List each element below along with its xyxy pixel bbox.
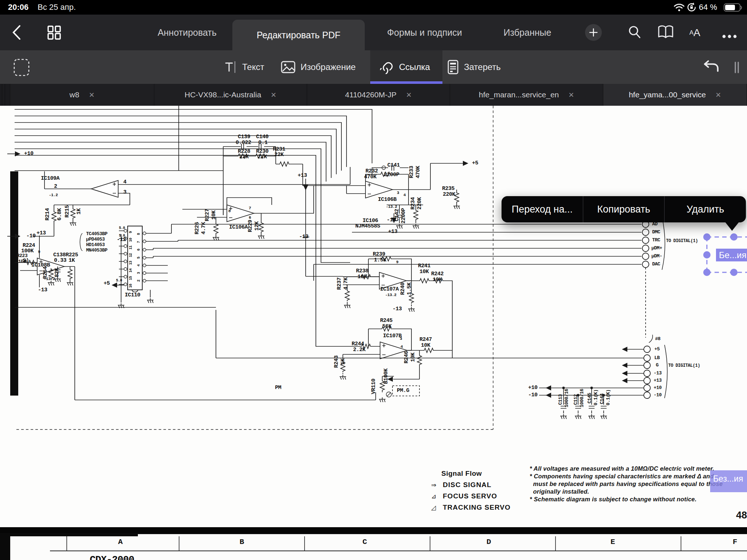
- schematic-label: PM.G: [397, 388, 409, 394]
- schematic-label: 2200P: [384, 172, 399, 178]
- schematic-label: 4: [123, 179, 127, 185]
- legend-item: ◿ TRACKING SERVO: [431, 503, 511, 512]
- more-button[interactable]: [721, 34, 738, 39]
- link-annotation[interactable]: Бе...ия: [716, 249, 747, 261]
- document-tab[interactable]: w8 ✕: [10, 84, 154, 106]
- schematic-label: µPD4053: [86, 237, 105, 242]
- add-button[interactable]: [585, 24, 602, 41]
- back-button[interactable]: [11, 24, 22, 41]
- schematic-label: -13: [387, 217, 396, 223]
- thumbnails-button[interactable]: [46, 24, 63, 41]
- schematic-label: TO DIGITAL(1): [668, 363, 700, 368]
- schematic-label: 10K: [410, 353, 416, 362]
- schematic-label: -13: [299, 234, 309, 240]
- close-tab-icon[interactable]: ✕: [715, 91, 721, 99]
- schematic-label: -1.2: [49, 193, 58, 197]
- close-tab-icon[interactable]: ✕: [568, 91, 574, 99]
- schematic-label: 4.7K: [343, 277, 349, 290]
- schematic-label: 10K: [357, 274, 367, 280]
- highlight-annotation[interactable]: Без...ия: [710, 470, 747, 492]
- context-menu-item[interactable]: Переход на...: [502, 196, 583, 222]
- schematic-label: IC107A: [380, 286, 399, 292]
- schematic-label: VR110: [371, 379, 377, 394]
- tool-link[interactable]: Ссылка: [380, 50, 430, 84]
- pdf-page-canvas[interactable]: +10IC109A2-1.243R2146.8KR2151K-10.S)R223…: [0, 106, 747, 527]
- schematic-label: 3: [400, 337, 402, 341]
- schematic-label: 12: [129, 253, 133, 257]
- context-menu-item[interactable]: Удалить: [664, 196, 746, 222]
- schematic-label: 9: [129, 231, 133, 233]
- plus-icon: [589, 28, 598, 37]
- schematic-label: -13: [654, 370, 662, 376]
- legend-arrow-glyph: ⇒: [431, 481, 440, 489]
- schematic-label: 8: [137, 233, 141, 235]
- context-menu: Переход на...КопироватьУдалить: [502, 196, 746, 222]
- tool-redact[interactable]: Затереть: [447, 50, 501, 84]
- close-tab-icon[interactable]: ✕: [89, 91, 94, 99]
- schematic-label: C140: [256, 134, 268, 140]
- context-menu-arrow: [725, 222, 739, 231]
- schematic-label: 56K: [382, 323, 392, 330]
- tab-sliver[interactable]: [0, 84, 10, 106]
- schematic-label: #8: [655, 336, 661, 342]
- schematic-label: 15K: [18, 259, 26, 264]
- schematic-label: 82K: [54, 268, 60, 277]
- note-line: * All voltages are measured with a 10MΩ/…: [530, 465, 734, 472]
- schematic-label: IC106A: [229, 224, 248, 230]
- search-button[interactable]: [627, 24, 643, 40]
- schematic-label: µDM-: [651, 253, 662, 259]
- legend-arrow-glyph: ◿: [431, 504, 440, 512]
- schematic-label: R239: [373, 251, 385, 257]
- schematic-label: 1.5K: [406, 283, 413, 295]
- toolbar-handle[interactable]: [733, 61, 740, 74]
- schematic-label: 3: [137, 272, 141, 274]
- schematic-label: 0.1(K): [605, 389, 611, 405]
- context-menu-item[interactable]: Копировать: [583, 196, 665, 222]
- schematic-label: 3: [397, 191, 399, 195]
- bookmarks-button[interactable]: [657, 25, 674, 39]
- tool-redact-label: Затереть: [464, 62, 501, 72]
- tool-image[interactable]: Изображение: [281, 50, 356, 84]
- tool-text[interactable]: Текст: [225, 50, 264, 84]
- legend-item-label: DISC SIGNAL: [443, 481, 491, 489]
- tab-favorites[interactable]: Избранные: [495, 15, 560, 50]
- tab-forms-signatures[interactable]: Формы и подписи: [376, 15, 473, 50]
- schematic-label: 4: [400, 345, 403, 349]
- schematic-label: R233: [409, 166, 415, 178]
- status-date: Вс 25 апр.: [38, 3, 76, 12]
- document-tab[interactable]: 41104260M-JP ✕: [307, 84, 450, 106]
- undo-button[interactable]: [703, 59, 719, 75]
- schematic-label: R242: [431, 271, 444, 277]
- note-line: * Schematic diagram is subject to change…: [530, 495, 734, 503]
- schematic-label: -13.2: [385, 293, 396, 297]
- schematic-label: 10K: [433, 277, 442, 283]
- close-tab-icon[interactable]: ✕: [271, 91, 276, 99]
- document-tab[interactable]: hfe_yama...00_service ✕: [603, 84, 747, 106]
- text-settings-button[interactable]: АА: [689, 27, 700, 39]
- schematic-label: +5: [104, 280, 110, 287]
- select-area-button[interactable]: [13, 58, 30, 77]
- schematic-label: 0.1: [258, 140, 268, 146]
- schematic-label: 3: [123, 189, 127, 195]
- schematic-label: R243: [333, 355, 340, 368]
- close-tab-icon[interactable]: ✕: [406, 91, 412, 99]
- legend-item-label: TRACKING SERVO: [443, 503, 511, 512]
- schematic-label: 5.0: [119, 234, 125, 238]
- document-tab[interactable]: HC-VX98...ic-Australia ✕: [154, 84, 307, 106]
- schematic-label: R240: [400, 283, 406, 295]
- grid-letter: B: [240, 538, 244, 546]
- schematic-label: 1K: [69, 257, 75, 264]
- schematic-label: 12K: [254, 221, 260, 231]
- status-bar: 20:06 Вс 25 апр. 64 %: [0, 0, 747, 15]
- tab-edit-pdf[interactable]: Редактировать PDF: [232, 20, 365, 50]
- page-footer-strip[interactable]: ABCDEF CDX-2000: [0, 533, 747, 560]
- signal-flow-legend: Signal Flow ⇒ DISC SIGNAL ⊿ FOCUS SERVO …: [431, 470, 511, 512]
- schematic-label: -10: [654, 392, 662, 398]
- text-tool-icon: [225, 61, 237, 73]
- document-tab[interactable]: hfe_maran...service_en ✕: [450, 84, 603, 106]
- schematic-label: 9: [38, 250, 40, 254]
- schematic-label: 0.1(K): [593, 389, 599, 405]
- schematic-label: +10: [654, 385, 662, 390]
- tab-annotate[interactable]: Аннотировать: [145, 15, 229, 50]
- schematic-label: R245: [380, 318, 392, 324]
